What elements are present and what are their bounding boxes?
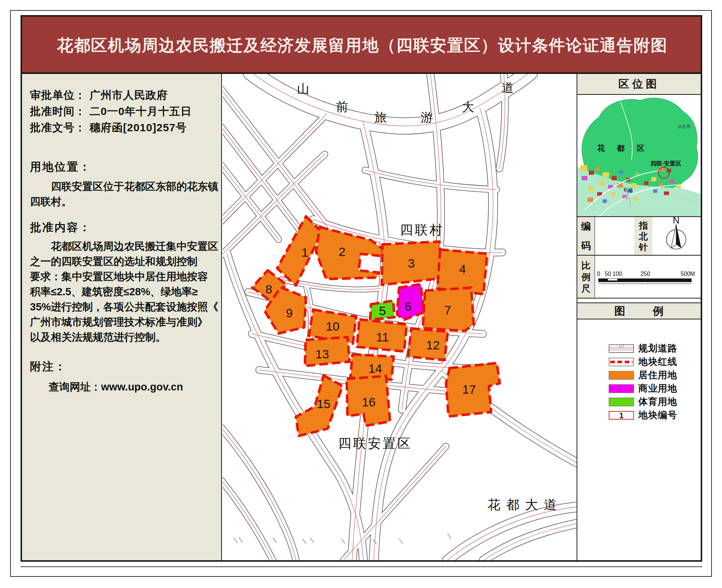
parcel-number: 3 xyxy=(408,256,415,270)
district-label: 四联安置区 xyxy=(338,436,412,451)
north-letter: N xyxy=(673,217,680,226)
approval-line: 以及相关法规规范进行控制。 xyxy=(30,330,213,345)
location-line: 四联安置区位于花都区东部的花东镇 xyxy=(30,179,213,194)
legend-label: 地块编号 xyxy=(638,409,677,421)
residential-swatch xyxy=(609,371,634,380)
scale-label-cell: 比 例 尺 xyxy=(577,256,595,298)
approval-line: 花都区机场周边农民搬迁集中安置区 xyxy=(30,239,213,254)
approval-content-heading: 批准内容： xyxy=(30,220,213,235)
compass-label-char: 北 xyxy=(639,231,648,242)
parcel-number: 2 xyxy=(339,245,346,258)
legend-item-commercial: 商业用地 xyxy=(609,382,699,395)
avenue-label: 花都大道 xyxy=(487,497,563,512)
parcel-number: 9 xyxy=(286,306,293,320)
legend-item-road: 规划道路 xyxy=(609,342,699,355)
code-label-char: 码 xyxy=(581,240,591,252)
title-band: 花都区机场周边农民搬迁及经济发展留用地（四联安置区）设计条件论证通告附图 xyxy=(22,17,701,74)
legend-item-redline: 地块红线 xyxy=(609,355,699,368)
parcel-number: 13 xyxy=(315,347,329,361)
approval-doc-line: 批准文号：穗府函[2010]257号 xyxy=(30,119,213,136)
scale-tick: 250 xyxy=(640,271,650,277)
approval-unit-line: 审批单位：广州市人民政府 xyxy=(30,87,213,103)
legend-label: 居住用地 xyxy=(638,369,677,381)
minimap-conghua-label: 从化市 xyxy=(678,124,691,129)
legend-title: 图 例 xyxy=(577,303,701,319)
approval-unit-label: 审批单位： xyxy=(30,89,86,101)
scale-label-char: 尺 xyxy=(582,283,591,294)
approval-date-value: 二0一0年十月十五日 xyxy=(89,105,192,117)
scale-tick: 0 xyxy=(597,271,600,277)
approval-line: 要求：集中安置区地块中居住用地按容 xyxy=(30,269,213,284)
parcel-number: 5 xyxy=(379,304,386,318)
parcel-number: 12 xyxy=(426,338,440,352)
road-label-char: 前 xyxy=(336,100,348,114)
location-map-header: 区位图 xyxy=(577,74,701,95)
road-label-char: 道 xyxy=(502,81,514,94)
legend-item-residential: 居住用地 xyxy=(609,368,699,382)
scale-tick: 100 xyxy=(612,271,622,277)
compass-label-char: 指 xyxy=(639,220,648,231)
parcel-redline-icon xyxy=(609,358,634,366)
road-label-char: 旅 xyxy=(375,110,387,124)
approval-line: 积率≤2.5、建筑密度≤28%、绿地率≥ xyxy=(30,284,213,299)
legend-label: 规划道路 xyxy=(638,342,677,355)
scale-bar: 0 50 100 250 500M xyxy=(595,256,701,298)
code-value-cell xyxy=(595,217,635,255)
parcel-number: 14 xyxy=(368,362,382,375)
approval-line: 之一的四联安置区的选址和规划控制 xyxy=(30,254,213,269)
approval-content-body: 花都区机场周边农民搬迁集中安置区 之一的四联安置区的选址和规划控制 要求：集中安… xyxy=(30,239,213,345)
parcel-number: 7 xyxy=(445,303,451,317)
legend-items: 规划道路 地块红线 居住用地 商业用地 体育用地 1 地块编号 xyxy=(609,342,699,422)
location-minimap: 花 都 区 从化市 四联·安置区 机场 xyxy=(577,95,701,216)
approval-line: 35%进行控制，各项公共配套设施按照《 xyxy=(30,299,213,314)
north-needle-light xyxy=(671,224,676,248)
minimap-site-label: 四联·安置区 xyxy=(651,160,681,167)
parcel-number: 8 xyxy=(266,282,272,296)
compass-label-cell: 指 北 针 xyxy=(634,217,653,255)
location-map-title: 区位图 xyxy=(577,74,701,94)
main-map: 1 2 3 4 5 6 7 8 9 10 11 12 13 14 15 16 1… xyxy=(223,74,577,560)
north-arrow: N xyxy=(652,217,701,255)
parcel-number: 1 xyxy=(302,246,309,259)
location-heading: 用地位置： xyxy=(30,159,213,174)
planned-road-icon xyxy=(609,344,634,353)
parcel-number-swatch: 1 xyxy=(609,411,634,420)
approval-doc-value: 穗府函[2010]257号 xyxy=(89,121,187,133)
village-label: 四联村 xyxy=(400,222,445,237)
location-body: 四联安置区位于花都区东部的花东镇 四联村。 xyxy=(30,179,213,209)
notes-heading: 附注： xyxy=(30,359,213,374)
query-url: 查询网址：www.upo.gov.cn xyxy=(30,380,213,394)
road-label-char: 大 xyxy=(462,100,474,114)
planning-notice-page: 花都区机场周边农民搬迁及经济发展留用地（四联安置区）设计条件论证通告附图 审批单… xyxy=(0,0,722,588)
legend-item-parcel-number: 1 地块编号 xyxy=(609,408,699,422)
code-label-char: 编 xyxy=(581,220,591,233)
scale-tick: 50 xyxy=(605,271,611,277)
scale-tick: 500M xyxy=(681,271,695,277)
approval-date-line: 批准时间：二0一0年十月十五日 xyxy=(30,103,213,119)
approval-doc-label: 批准文号： xyxy=(30,121,86,133)
minimap-district-label: 花 都 区 xyxy=(597,144,649,152)
scale-label-char: 比 xyxy=(582,260,591,271)
road-label-char: 山 xyxy=(297,82,309,96)
approval-date-label: 批准时间： xyxy=(30,105,86,117)
approval-line: 广州市城市规划管理技术标准与准则》 xyxy=(30,314,213,330)
panel-divider xyxy=(577,298,701,299)
legend-item-sport: 体育用地 xyxy=(609,395,699,408)
approval-unit-value: 广州市人民政府 xyxy=(89,89,168,101)
parcel-number: 15 xyxy=(317,397,331,411)
code-cell: 编 码 xyxy=(577,217,595,255)
parcel-number: 16 xyxy=(362,395,376,409)
legend-label: 地块红线 xyxy=(638,355,677,368)
parcel-number: 11 xyxy=(376,330,389,344)
parcel-number: 10 xyxy=(326,319,340,333)
legend-header: 图 例 xyxy=(577,302,701,319)
road-label-char: 游 xyxy=(421,110,433,124)
north-needle-dark xyxy=(676,224,681,248)
parcel-number: 6 xyxy=(405,300,412,313)
minimap-airport-label: 机场 xyxy=(623,187,633,193)
parcel-number: 4 xyxy=(459,262,466,276)
parcel-number: 17 xyxy=(462,383,476,396)
compass-label-char: 针 xyxy=(639,242,648,252)
legend-label: 商业用地 xyxy=(638,382,677,395)
bottom-accent-rule xyxy=(21,566,702,567)
